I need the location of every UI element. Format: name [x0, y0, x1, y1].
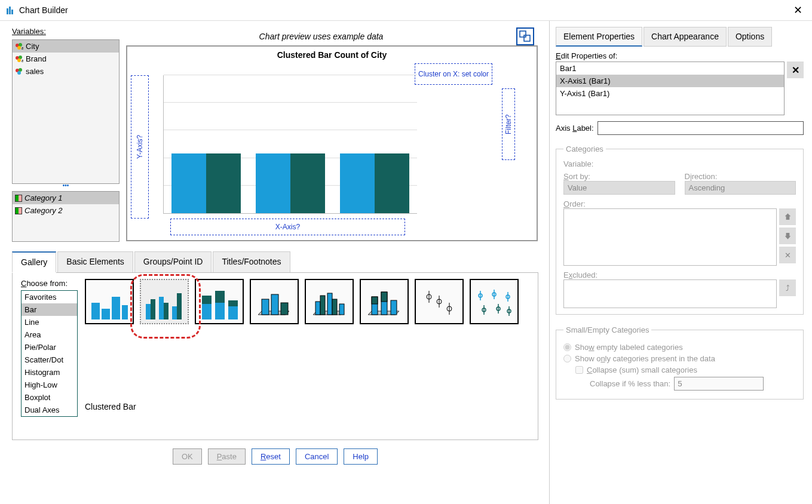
cancel-button[interactable]: Cancel	[296, 448, 338, 465]
drop-zone-x-axis[interactable]: X-Axis?	[170, 219, 405, 235]
scale-icon	[15, 67, 23, 76]
collapse-if-label: Collapse if % less than:	[590, 379, 670, 388]
variables-list[interactable]: a City a Brand sales	[12, 39, 119, 184]
chart-canvas[interactable]: Clustered Bar Count of City Y-Axis? Clus…	[126, 45, 538, 241]
svg-rect-44	[372, 297, 378, 304]
help-button[interactable]: Help	[344, 448, 378, 465]
chart-type-item[interactable]: Area	[22, 328, 77, 341]
svg-rect-0	[7, 8, 8, 14]
radio-show-present	[563, 355, 571, 362]
chart-thumb-3d-bar-2[interactable]	[305, 279, 354, 324]
variable-item[interactable]: a Brand	[13, 53, 119, 65]
chart-type-list[interactable]: Favorites Bar Line Area Pie/Polar Scatte…	[21, 290, 78, 417]
paste-button[interactable]: Paste	[208, 448, 246, 465]
sort-by-label: Sort by:	[563, 172, 675, 181]
app-icon	[6, 5, 16, 15]
chart-thumb-3d-bar-3[interactable]	[360, 279, 409, 324]
properties-listbox[interactable]: Bar1 X-Axis1 (Bar1) Y-Axis1 (Bar1)	[556, 62, 785, 115]
chart-title: Clustered Bar Count of City	[127, 50, 537, 60]
remove-order-button: ✕	[779, 247, 796, 263]
chart-type-item[interactable]: High-Low	[22, 379, 77, 391]
direction-label: Direction:	[685, 172, 796, 181]
excluded-label: Excluded:	[563, 271, 796, 279]
svg-rect-29	[215, 291, 225, 303]
delete-property-button[interactable]: ✕	[787, 62, 804, 78]
svg-text:a: a	[22, 59, 23, 63]
direction-select: Ascending	[685, 181, 796, 195]
svg-rect-18	[112, 297, 120, 319]
drop-zone-y-axis[interactable]: Y-Axis?	[131, 75, 149, 219]
chart-type-item[interactable]: Histogram	[22, 366, 77, 379]
chart-type-item[interactable]: Pie/Polar	[22, 341, 77, 354]
chart-type-item[interactable]: Bar	[22, 303, 77, 316]
svg-rect-35	[281, 303, 288, 315]
chart-type-item[interactable]: Favorites	[22, 291, 77, 303]
variable-item[interactable]: a City	[13, 40, 119, 53]
svg-rect-1	[9, 7, 11, 14]
svg-rect-24	[172, 306, 177, 319]
tab-gallery[interactable]: Gallery	[12, 251, 56, 273]
window-title: Chart Builder	[19, 5, 790, 15]
categories-list[interactable]: Category 1 Category 2	[12, 191, 119, 242]
svg-point-9	[17, 59, 21, 62]
order-listbox	[563, 208, 777, 266]
svg-rect-33	[262, 299, 269, 315]
gallery-tablist: Gallery Basic Elements Groups/Point ID T…	[12, 251, 538, 273]
svg-rect-21	[151, 299, 155, 319]
category-item[interactable]: Category 1	[13, 192, 119, 204]
titlebar: Chart Builder ✕	[0, 0, 812, 21]
tab-element-properties[interactable]: Element Properties	[556, 27, 642, 47]
close-button[interactable]: ✕	[790, 4, 806, 17]
axis-label-input[interactable]	[597, 121, 804, 135]
property-item[interactable]: X-Axis1 (Bar1)	[556, 75, 784, 87]
swap-axes-button[interactable]	[516, 27, 534, 45]
svg-rect-34	[271, 294, 278, 315]
splitter-handle[interactable]: •••	[12, 184, 119, 188]
chart-type-item[interactable]: Boxplot	[22, 391, 77, 404]
category-item[interactable]: Category 2	[13, 204, 119, 217]
svg-rect-15	[524, 35, 530, 41]
chart-thumb-3d-bar-1[interactable]	[250, 279, 299, 324]
svg-rect-27	[202, 296, 212, 304]
tab-titles-footnotes[interactable]: Titles/Footnotes	[213, 251, 290, 272]
variables-label: Variables:	[12, 27, 119, 36]
include-button: ⤴	[779, 279, 796, 296]
category-icon	[15, 195, 22, 202]
ok-button[interactable]: OK	[173, 448, 202, 465]
property-item[interactable]: Bar1	[556, 62, 784, 75]
drop-zone-cluster[interactable]: Cluster on X: set color	[415, 63, 492, 85]
svg-rect-2	[11, 10, 13, 14]
reset-button[interactable]: Reset	[252, 448, 290, 465]
thumb-label: Clustered Bar	[85, 402, 529, 411]
chart-thumb-error-bar-2[interactable]	[470, 279, 519, 324]
preview-caption: Chart preview uses example data	[126, 32, 516, 41]
tab-options[interactable]: Options	[728, 27, 772, 47]
chart-thumb-error-bar-1[interactable]	[415, 279, 464, 324]
svg-rect-31	[228, 300, 238, 306]
small-empty-legend: Small/Empty Categories	[563, 325, 651, 334]
property-item[interactable]: Y-Axis1 (Bar1)	[556, 87, 784, 100]
chart-type-item[interactable]: Scatter/Dot	[22, 354, 77, 366]
svg-rect-47	[391, 300, 397, 315]
collapse-label: Collapse (sum) small categories	[587, 365, 697, 374]
svg-point-13	[17, 71, 21, 75]
tab-chart-appearance[interactable]: Chart Appearance	[644, 27, 727, 47]
move-up-button: 🡅	[779, 208, 796, 225]
svg-rect-20	[146, 304, 151, 319]
variable-item[interactable]: sales	[13, 65, 119, 78]
svg-rect-23	[164, 303, 168, 319]
chart-thumb-clustered-bar[interactable]	[140, 279, 189, 324]
category-icon	[15, 207, 22, 214]
tab-basic-elements[interactable]: Basic Elements	[57, 251, 133, 272]
excluded-listbox	[563, 279, 777, 308]
sort-by-select: Value	[563, 181, 675, 195]
chart-thumb-stacked-bar[interactable]	[195, 279, 244, 324]
tab-groups-point-id[interactable]: Groups/Point ID	[134, 251, 212, 272]
chart-thumb-simple-bar[interactable]	[85, 279, 134, 324]
variable-label: Variable:	[563, 159, 796, 168]
chart-type-item[interactable]: Dual Axes	[22, 404, 77, 416]
plot-area	[163, 75, 417, 214]
chart-type-item[interactable]: Line	[22, 316, 77, 328]
svg-rect-46	[381, 292, 387, 302]
drop-zone-filter[interactable]: Filter?	[502, 88, 515, 160]
